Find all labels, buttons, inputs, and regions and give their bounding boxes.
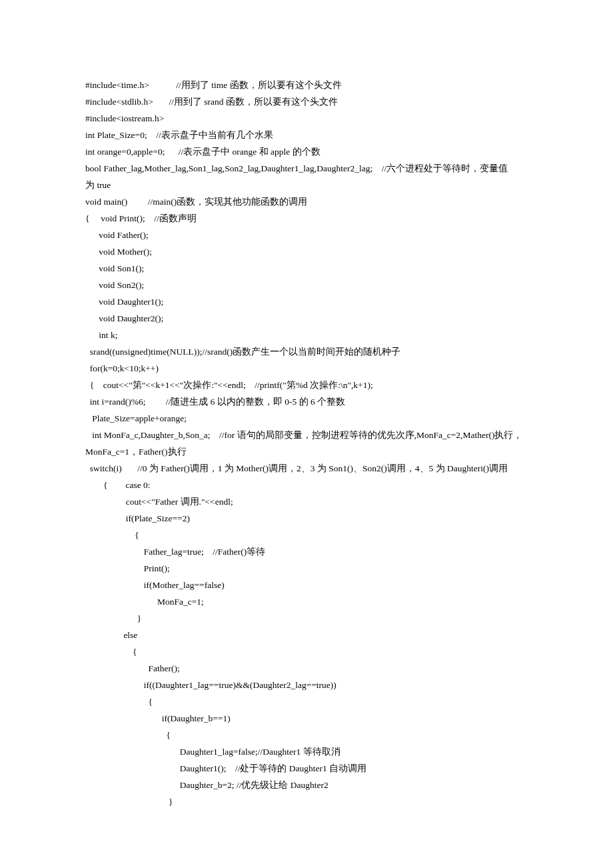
code-line: switch(i) //0 为 Father()调用，1 为 Mother()调… [85, 460, 528, 477]
code-line: { cout<<"第"<<k+1<<"次操作:"<<endl; //printf… [85, 377, 528, 393]
code-line: void Son2(); [85, 277, 528, 293]
code-line: int Plate_Size=0; //表示盘子中当前有几个水果 [85, 127, 528, 143]
code-line: { [85, 527, 528, 543]
code-line: int MonFa_c,Daughter_b,Son_a; //for 语句的局… [85, 427, 528, 443]
code-line: { [85, 727, 528, 743]
code-line: { [85, 693, 528, 710]
code-line: int i=rand()%6; //随进生成 6 以内的整数，即 0-5 的 6… [85, 393, 528, 410]
code-line: int orange=0,apple=0; //表示盘子中 orange 和 a… [85, 143, 528, 160]
code-line: MonFa_c=1; [85, 593, 528, 610]
code-line: int k; [85, 327, 528, 343]
code-line: bool Father_lag,Mother_lag,Son1_lag,Son2… [85, 160, 528, 177]
code-line: Daughter_b=2; //优先级让给 Daughter2 [85, 777, 528, 793]
code-line: Daughter1_lag=false;//Daughter1 等待取消 [85, 743, 528, 760]
code-line: Plate_Size=apple+orange; [85, 410, 528, 427]
code-line: #include<stdlib.h> //用到了 srand 函数，所以要有这个… [85, 93, 528, 110]
code-document: #include<time.h> //用到了 time 函数，所以要有这个头文件… [0, 0, 613, 863]
code-line: void Daughter2(); [85, 310, 528, 327]
code-line: Print(); [85, 560, 528, 577]
code-line: if(Mother_lag==false) [85, 577, 528, 593]
code-line: if(Daughter_b==1) [85, 710, 528, 727]
code-line: for(k=0;k<10;k++) [85, 360, 528, 377]
code-line: cout<<"Father 调用."<<endl; [85, 493, 528, 510]
code-line: void Mother(); [85, 243, 528, 260]
code-line: #include<time.h> //用到了 time 函数，所以要有这个头文件 [85, 77, 528, 93]
code-line: { void Print(); //函数声明 [85, 210, 528, 227]
code-line: 为 true [85, 177, 528, 193]
code-line: MonFa_c=1，Father()执行 [85, 443, 528, 460]
code-line: if((Daughter1_lag==true)&&(Daughter2_lag… [85, 677, 528, 693]
code-line: { [85, 643, 528, 660]
code-line: #include<iostream.h> [85, 110, 528, 127]
code-line: } [85, 610, 528, 627]
code-line: Father_lag=true; //Father()等待 [85, 543, 528, 560]
code-line: if(Plate_Size==2) [85, 510, 528, 527]
code-line: void main() //main()函数，实现其他功能函数的调用 [85, 193, 528, 210]
code-line: else [85, 627, 528, 643]
code-line: Daughter1(); //处于等待的 Daughter1 自动调用 [85, 760, 528, 777]
code-line: void Father(); [85, 227, 528, 243]
code-line: void Daughter1(); [85, 293, 528, 310]
code-block: #include<time.h> //用到了 time 函数，所以要有这个头文件… [85, 77, 528, 810]
code-line: { case 0: [85, 477, 528, 493]
code-line: void Son1(); [85, 260, 528, 277]
code-line: } [85, 793, 528, 810]
code-line: Father(); [85, 660, 528, 677]
code-line: srand((unsigned)time(NULL));//srand()函数产… [85, 343, 528, 360]
